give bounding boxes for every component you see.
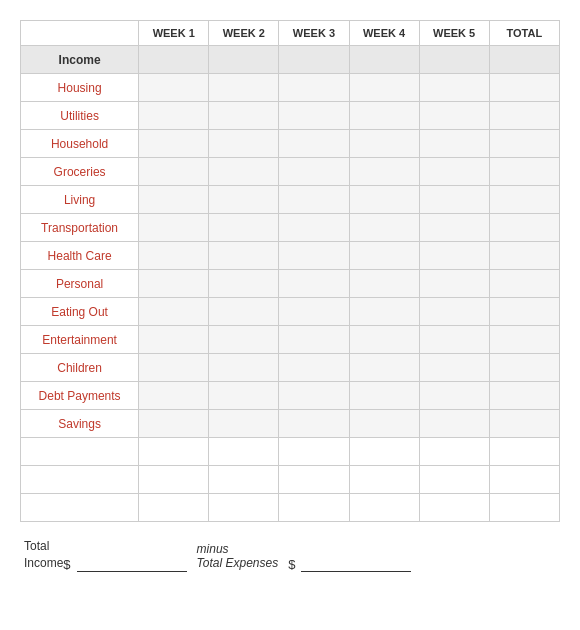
data-cell[interactable] bbox=[419, 46, 489, 74]
data-cell[interactable] bbox=[349, 410, 419, 438]
data-cell[interactable] bbox=[209, 326, 279, 354]
data-cell[interactable] bbox=[349, 242, 419, 270]
data-cell[interactable] bbox=[349, 158, 419, 186]
data-cell[interactable] bbox=[279, 214, 349, 242]
data-cell[interactable] bbox=[279, 354, 349, 382]
data-cell[interactable] bbox=[279, 46, 349, 74]
data-cell[interactable] bbox=[489, 130, 559, 158]
data-cell[interactable] bbox=[139, 494, 209, 522]
data-cell[interactable] bbox=[489, 270, 559, 298]
data-cell[interactable] bbox=[489, 186, 559, 214]
data-cell[interactable] bbox=[279, 102, 349, 130]
data-cell[interactable] bbox=[139, 466, 209, 494]
data-cell[interactable] bbox=[349, 130, 419, 158]
data-cell[interactable] bbox=[209, 130, 279, 158]
data-cell[interactable] bbox=[209, 186, 279, 214]
data-cell[interactable] bbox=[349, 74, 419, 102]
data-cell[interactable] bbox=[349, 466, 419, 494]
data-cell[interactable] bbox=[349, 326, 419, 354]
data-cell[interactable] bbox=[349, 214, 419, 242]
data-cell[interactable] bbox=[349, 494, 419, 522]
data-cell[interactable] bbox=[419, 326, 489, 354]
data-cell[interactable] bbox=[209, 410, 279, 438]
data-cell[interactable] bbox=[139, 354, 209, 382]
data-cell[interactable] bbox=[139, 130, 209, 158]
data-cell[interactable] bbox=[349, 354, 419, 382]
data-cell[interactable] bbox=[209, 354, 279, 382]
data-cell[interactable] bbox=[279, 186, 349, 214]
data-cell[interactable] bbox=[139, 158, 209, 186]
data-cell[interactable] bbox=[489, 354, 559, 382]
data-cell[interactable] bbox=[139, 438, 209, 466]
data-cell[interactable] bbox=[419, 242, 489, 270]
data-cell[interactable] bbox=[349, 382, 419, 410]
data-cell[interactable] bbox=[419, 298, 489, 326]
data-cell[interactable] bbox=[419, 158, 489, 186]
data-cell[interactable] bbox=[419, 214, 489, 242]
data-cell[interactable] bbox=[209, 466, 279, 494]
data-cell[interactable] bbox=[419, 270, 489, 298]
data-cell[interactable] bbox=[279, 438, 349, 466]
data-cell[interactable] bbox=[489, 494, 559, 522]
data-cell[interactable] bbox=[279, 158, 349, 186]
data-cell[interactable] bbox=[139, 326, 209, 354]
data-cell[interactable] bbox=[349, 438, 419, 466]
data-cell[interactable] bbox=[279, 74, 349, 102]
data-cell[interactable] bbox=[349, 46, 419, 74]
data-cell[interactable] bbox=[489, 102, 559, 130]
data-cell[interactable] bbox=[279, 410, 349, 438]
data-cell[interactable] bbox=[279, 270, 349, 298]
data-cell[interactable] bbox=[209, 102, 279, 130]
data-cell[interactable] bbox=[139, 382, 209, 410]
data-cell[interactable] bbox=[489, 438, 559, 466]
data-cell[interactable] bbox=[489, 214, 559, 242]
data-cell[interactable] bbox=[489, 46, 559, 74]
data-cell[interactable] bbox=[349, 102, 419, 130]
data-cell[interactable] bbox=[209, 242, 279, 270]
data-cell[interactable] bbox=[209, 382, 279, 410]
data-cell[interactable] bbox=[489, 326, 559, 354]
data-cell[interactable] bbox=[349, 270, 419, 298]
data-cell[interactable] bbox=[489, 242, 559, 270]
data-cell[interactable] bbox=[139, 74, 209, 102]
data-cell[interactable] bbox=[419, 494, 489, 522]
data-cell[interactable] bbox=[139, 102, 209, 130]
data-cell[interactable] bbox=[209, 214, 279, 242]
data-cell[interactable] bbox=[489, 158, 559, 186]
total-expenses-input[interactable] bbox=[301, 554, 411, 572]
data-cell[interactable] bbox=[279, 130, 349, 158]
data-cell[interactable] bbox=[209, 494, 279, 522]
data-cell[interactable] bbox=[279, 242, 349, 270]
data-cell[interactable] bbox=[279, 298, 349, 326]
data-cell[interactable] bbox=[489, 466, 559, 494]
data-cell[interactable] bbox=[349, 298, 419, 326]
data-cell[interactable] bbox=[419, 102, 489, 130]
data-cell[interactable] bbox=[279, 466, 349, 494]
data-cell[interactable] bbox=[279, 494, 349, 522]
data-cell[interactable] bbox=[419, 466, 489, 494]
data-cell[interactable] bbox=[489, 410, 559, 438]
data-cell[interactable] bbox=[139, 270, 209, 298]
data-cell[interactable] bbox=[279, 382, 349, 410]
data-cell[interactable] bbox=[279, 326, 349, 354]
data-cell[interactable] bbox=[139, 186, 209, 214]
data-cell[interactable] bbox=[209, 74, 279, 102]
total-income-input[interactable] bbox=[77, 554, 187, 572]
data-cell[interactable] bbox=[139, 410, 209, 438]
data-cell[interactable] bbox=[139, 214, 209, 242]
data-cell[interactable] bbox=[349, 186, 419, 214]
data-cell[interactable] bbox=[419, 186, 489, 214]
data-cell[interactable] bbox=[419, 410, 489, 438]
data-cell[interactable] bbox=[139, 242, 209, 270]
data-cell[interactable] bbox=[209, 270, 279, 298]
data-cell[interactable] bbox=[209, 298, 279, 326]
data-cell[interactable] bbox=[419, 130, 489, 158]
data-cell[interactable] bbox=[139, 298, 209, 326]
data-cell[interactable] bbox=[419, 354, 489, 382]
data-cell[interactable] bbox=[489, 382, 559, 410]
data-cell[interactable] bbox=[419, 438, 489, 466]
data-cell[interactable] bbox=[209, 438, 279, 466]
data-cell[interactable] bbox=[209, 158, 279, 186]
data-cell[interactable] bbox=[419, 74, 489, 102]
data-cell[interactable] bbox=[419, 382, 489, 410]
